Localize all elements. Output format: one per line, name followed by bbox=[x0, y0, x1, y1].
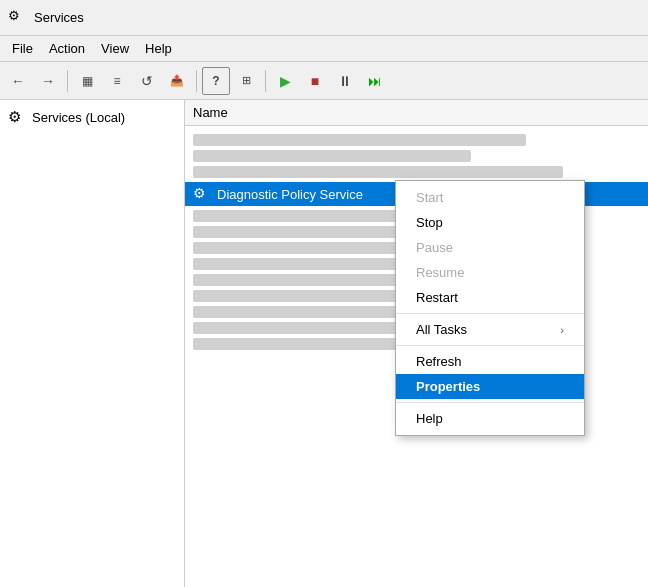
selected-service-icon: ⚙ bbox=[193, 185, 211, 203]
ctx-refresh[interactable]: Refresh bbox=[396, 349, 584, 374]
ctx-pause: Pause bbox=[396, 235, 584, 260]
export-button[interactable]: 📤 bbox=[163, 67, 191, 95]
toolbar-separator-3 bbox=[265, 70, 266, 92]
ctx-all-tasks[interactable]: All Tasks › bbox=[396, 317, 584, 342]
menu-file[interactable]: File bbox=[4, 39, 41, 58]
toolbar-separator-2 bbox=[196, 70, 197, 92]
ctx-restart[interactable]: Restart bbox=[396, 285, 584, 310]
toolbar: ← → ▦ ≡ ↺ 📤 ? ⊞ ▶ ■ ⏸ ⏭ bbox=[0, 62, 648, 100]
services-local-icon: ⚙ bbox=[8, 108, 26, 126]
blurred-row-2 bbox=[193, 150, 471, 162]
title-bar: ⚙ Services bbox=[0, 0, 648, 36]
blurred-row-1 bbox=[193, 134, 526, 146]
blurred-row-6 bbox=[193, 242, 425, 254]
view2-button[interactable]: ≡ bbox=[103, 67, 131, 95]
view3-button[interactable]: ⊞ bbox=[232, 67, 260, 95]
ctx-separator-3 bbox=[396, 402, 584, 403]
services-local-label: Services (Local) bbox=[32, 110, 125, 125]
ctx-help[interactable]: Help bbox=[396, 406, 584, 431]
menu-bar: File Action View Help bbox=[0, 36, 648, 62]
context-menu: Start Stop Pause Resume Restart All Task… bbox=[395, 180, 585, 436]
menu-action[interactable]: Action bbox=[41, 39, 93, 58]
toolbar-separator-1 bbox=[67, 70, 68, 92]
ctx-start: Start bbox=[396, 185, 584, 210]
resume-toolbar-button[interactable]: ⏭ bbox=[361, 67, 389, 95]
right-panel: Name ⚙ Diagnostic Policy Service bbox=[185, 100, 648, 587]
start-toolbar-button[interactable]: ▶ bbox=[271, 67, 299, 95]
services-local-item[interactable]: ⚙ Services (Local) bbox=[0, 104, 184, 130]
main-area: ⚙ Services (Local) Name ⚙ Diagnostic Pol… bbox=[0, 100, 648, 587]
pause-toolbar-button[interactable]: ⏸ bbox=[331, 67, 359, 95]
view1-button[interactable]: ▦ bbox=[73, 67, 101, 95]
ctx-resume: Resume bbox=[396, 260, 584, 285]
help-toolbar-button[interactable]: ? bbox=[202, 67, 230, 95]
left-panel: ⚙ Services (Local) bbox=[0, 100, 185, 587]
ctx-stop[interactable]: Stop bbox=[396, 210, 584, 235]
forward-button[interactable]: → bbox=[34, 67, 62, 95]
title-bar-title: Services bbox=[34, 10, 84, 25]
menu-view[interactable]: View bbox=[93, 39, 137, 58]
ctx-separator-2 bbox=[396, 345, 584, 346]
blurred-row-3 bbox=[193, 166, 563, 178]
selected-service-name: Diagnostic Policy Service bbox=[217, 187, 363, 202]
menu-help[interactable]: Help bbox=[137, 39, 180, 58]
title-bar-icon: ⚙ bbox=[8, 8, 28, 28]
column-header-name: Name bbox=[185, 100, 648, 126]
ctx-separator-1 bbox=[396, 313, 584, 314]
refresh-toolbar-button[interactable]: ↺ bbox=[133, 67, 161, 95]
back-button[interactable]: ← bbox=[4, 67, 32, 95]
ctx-all-tasks-arrow: › bbox=[560, 324, 564, 336]
stop-toolbar-button[interactable]: ■ bbox=[301, 67, 329, 95]
ctx-properties[interactable]: Properties bbox=[396, 374, 584, 399]
